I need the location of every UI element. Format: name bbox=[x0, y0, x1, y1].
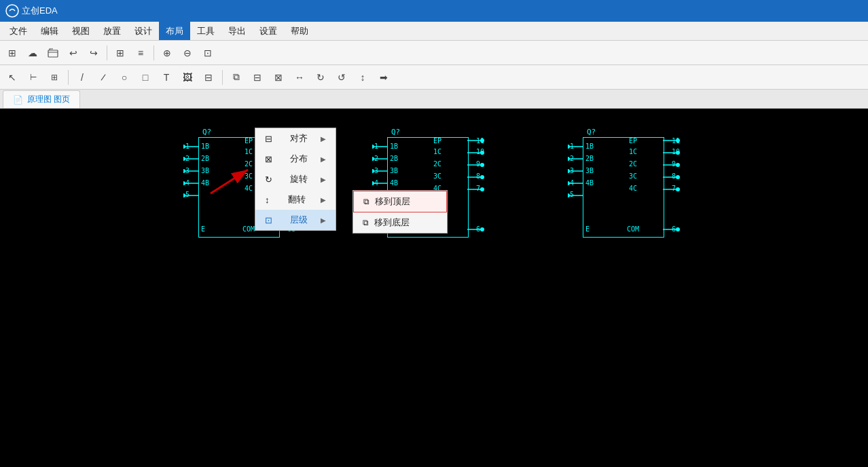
to-bottom-icon: ⧉ bbox=[363, 218, 369, 227]
comp3-r9: 9 bbox=[672, 160, 676, 168]
dropdown-layout: ⊟ 对齐 ▶ ⊠ 分布 ▶ ↻ 旋转 ▶ ↕ 翻转 ▶ ⊡ 层级 ▶ bbox=[255, 128, 336, 231]
comp1-label-1C: 1C bbox=[245, 148, 253, 155]
toolbar-open[interactable] bbox=[43, 43, 62, 62]
toolbar-undo[interactable]: ↩ bbox=[64, 43, 83, 62]
comp1-pin5-num: 5 bbox=[185, 191, 189, 198]
comp1-pin1-num: 1 bbox=[185, 143, 189, 150]
svg-point-43 bbox=[480, 175, 484, 179]
tool-img[interactable]: 🖼 bbox=[178, 68, 197, 87]
tab-schematic[interactable]: 📄 原理图 图页 bbox=[3, 90, 80, 108]
comp1-label-COM: COM bbox=[242, 225, 255, 233]
tool-line[interactable]: / bbox=[73, 68, 92, 87]
comp2-1C: 1C bbox=[433, 148, 441, 155]
tool-wire[interactable]: ⊢ bbox=[24, 68, 43, 87]
toolbar-list[interactable]: ≡ bbox=[131, 43, 150, 62]
to-top-label: 移到顶层 bbox=[375, 195, 410, 208]
comp2-2C: 2C bbox=[433, 160, 441, 168]
toolbar-new[interactable]: ⊞ bbox=[3, 43, 22, 62]
comp3-r6: 6 bbox=[672, 225, 676, 233]
comp1-label-1B: 1B bbox=[201, 143, 209, 150]
rotate-arrow: ▶ bbox=[321, 176, 326, 183]
comp2-r11: 11 bbox=[476, 137, 484, 145]
toolbar-fitview[interactable]: ⊡ bbox=[198, 43, 217, 62]
comp1-pin4-num: 4 bbox=[185, 179, 189, 187]
tool-distribute[interactable]: ⊠ bbox=[269, 68, 288, 87]
comp1-label-E: E bbox=[201, 225, 205, 233]
tool-flip[interactable]: ↔ bbox=[290, 68, 309, 87]
comp3-pin2: 2 bbox=[570, 155, 574, 162]
comp3-r7: 7 bbox=[672, 185, 676, 192]
tool-r4[interactable]: ➡ bbox=[374, 68, 393, 87]
comp3-left-pins bbox=[568, 134, 585, 240]
canvas-area[interactable]: Q? 1 2 3 4 5 1B 2B 3B 4B E EP bbox=[0, 109, 868, 467]
tool-align[interactable]: ⊟ bbox=[248, 68, 267, 87]
svg-point-45 bbox=[480, 227, 484, 231]
app-logo: 立创EDA bbox=[5, 4, 58, 18]
menu-view[interactable]: 视图 bbox=[65, 22, 96, 40]
tool-circle[interactable]: ○ bbox=[115, 68, 134, 87]
menu-tools[interactable]: 工具 bbox=[190, 22, 221, 40]
comp2-2B: 2B bbox=[390, 155, 398, 162]
comp2-pin4: 4 bbox=[374, 179, 378, 187]
flip-arrow: ▶ bbox=[321, 196, 326, 204]
menu-place[interactable]: 放置 bbox=[96, 22, 128, 40]
comp3-1C: 1C bbox=[629, 148, 637, 155]
menu-design[interactable]: 设计 bbox=[128, 22, 159, 40]
tool-select[interactable]: ↖ bbox=[3, 68, 22, 87]
toolbar-grid[interactable]: ⊞ bbox=[111, 43, 130, 62]
tool-r2[interactable]: ↺ bbox=[332, 68, 351, 87]
align-label: 对齐 bbox=[290, 132, 308, 145]
svg-rect-1 bbox=[48, 50, 58, 57]
svg-point-0 bbox=[6, 5, 18, 17]
submenu-to-top[interactable]: ⧉ 移到顶层 bbox=[353, 191, 447, 212]
tool-rect[interactable]: □ bbox=[136, 68, 155, 87]
comp1-left-pins bbox=[183, 134, 201, 240]
tool-rotate[interactable]: ↻ bbox=[311, 68, 330, 87]
comp3-ref: Q? bbox=[587, 128, 596, 136]
comp2-r6: 6 bbox=[476, 225, 480, 233]
tool-table[interactable]: ⊟ bbox=[199, 68, 218, 87]
toolbar-cloud[interactable]: ☁ bbox=[23, 43, 42, 62]
menu-file[interactable]: 文件 bbox=[3, 22, 34, 40]
distribute-label: 分布 bbox=[290, 153, 308, 165]
tabbar: 📄 原理图 图页 bbox=[0, 90, 868, 109]
comp3-COM: COM bbox=[627, 225, 639, 233]
comp2-r10: 10 bbox=[476, 148, 484, 155]
sep2 bbox=[153, 45, 154, 60]
menubar: 文件 编辑 视图 放置 设计 布局 工具 导出 设置 帮助 bbox=[0, 22, 868, 41]
layer-label: 层级 bbox=[290, 214, 308, 226]
toolbar-zoomout[interactable]: ⊖ bbox=[178, 43, 197, 62]
menu-distribute[interactable]: ⊠ 分布 ▶ bbox=[255, 149, 336, 169]
comp2-1B: 1B bbox=[390, 143, 398, 150]
menu-layer[interactable]: ⊡ 层级 ▶ bbox=[255, 210, 336, 230]
menu-layout[interactable]: 布局 bbox=[159, 22, 190, 40]
menu-flip[interactable]: ↕ 翻转 ▶ bbox=[255, 189, 336, 210]
menu-align[interactable]: ⊟ 对齐 ▶ bbox=[255, 128, 336, 149]
menu-export[interactable]: 导出 bbox=[221, 22, 253, 40]
tool-component[interactable]: ⊞ bbox=[45, 68, 64, 87]
tool-text[interactable]: T bbox=[157, 68, 176, 87]
comp2-EP: EP bbox=[433, 137, 441, 145]
comp2-r7: 7 bbox=[476, 185, 480, 192]
comp2-3C: 3C bbox=[433, 172, 441, 180]
to-top-icon: ⧉ bbox=[363, 197, 369, 206]
tab-icon: 📄 bbox=[13, 95, 23, 105]
submenu-to-bottom[interactable]: ⧉ 移到底层 bbox=[353, 212, 447, 233]
menu-rotate[interactable]: ↻ 旋转 ▶ bbox=[255, 169, 336, 189]
comp3-2C: 2C bbox=[629, 160, 637, 168]
menu-settings[interactable]: 设置 bbox=[253, 22, 284, 40]
tool-line2[interactable]: / bbox=[91, 65, 115, 90]
comp3-r10: 10 bbox=[672, 148, 680, 155]
tool-r3[interactable]: ↕ bbox=[353, 68, 372, 87]
comp2-r8: 8 bbox=[476, 172, 480, 180]
layer-arrow: ▶ bbox=[321, 217, 326, 224]
toolbar-zoomin[interactable]: ⊕ bbox=[158, 43, 177, 62]
menu-edit[interactable]: 编辑 bbox=[34, 22, 65, 40]
menu-help[interactable]: 帮助 bbox=[284, 22, 315, 40]
toolbar-draw: ↖ ⊢ ⊞ / / ○ □ T 🖼 ⊟ ⧉ ⊟ ⊠ ↔ ↻ ↺ ↕ ➡ bbox=[0, 65, 868, 90]
logo-icon bbox=[5, 4, 19, 18]
comp3-E: E bbox=[585, 225, 590, 233]
toolbar-redo[interactable]: ↪ bbox=[84, 43, 103, 62]
comp2-ref: Q? bbox=[391, 128, 400, 136]
tool-copy[interactable]: ⧉ bbox=[227, 68, 246, 87]
